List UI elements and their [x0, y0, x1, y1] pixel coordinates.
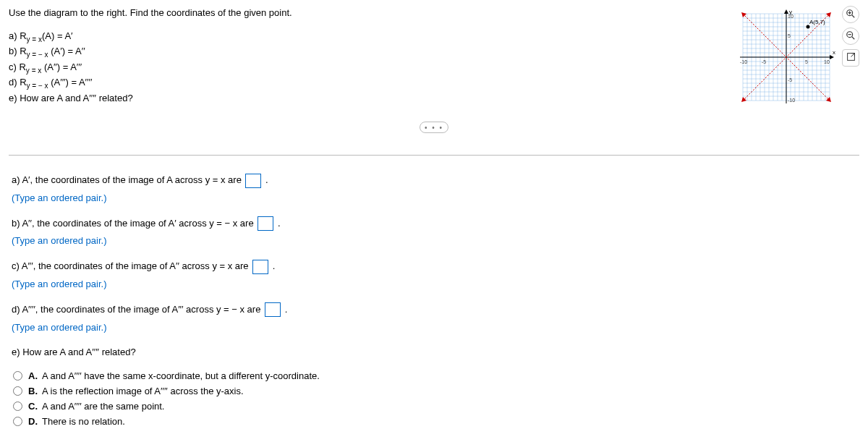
choice-d-radio[interactable] — [13, 417, 22, 426]
choice-b-letter: B. — [28, 386, 38, 396]
svg-text:-10: -10 — [740, 59, 747, 64]
hint-a: (Type an ordered pair.) — [12, 191, 856, 206]
item-c-r: R — [19, 61, 25, 72]
answer-d-input[interactable] — [265, 302, 281, 317]
item-d-label: d) — [9, 77, 17, 88]
svg-text:10: 10 — [824, 59, 830, 64]
item-a-rest: (A) = A′ — [42, 30, 73, 41]
zoom-in-icon — [846, 9, 856, 21]
answer-d-pre: d) A′′′′, the coordinates of the image o… — [12, 304, 263, 315]
choice-d-text: There is no relation. — [42, 416, 125, 427]
choice-c-radio[interactable] — [13, 402, 22, 411]
collapse-toggle[interactable]: • • • — [420, 122, 448, 133]
svg-line-69 — [851, 54, 854, 57]
answer-c-pre: c) A′′′, the coordinates of the image of… — [12, 260, 251, 271]
item-c-rest: (A′′) = A′′′ — [41, 61, 82, 72]
choice-b-radio[interactable] — [13, 386, 22, 396]
svg-line-66 — [852, 36, 855, 39]
instruction: Use the diagram to the right. Find the c… — [9, 6, 720, 20]
coordinate-graph: A(5,7) y x 10 5 -5 -10 5 10 -5 -10 — [735, 6, 836, 107]
hint-c: (Type an ordered pair.) — [12, 277, 856, 292]
answer-d-post: . — [285, 304, 288, 315]
zoom-out-icon — [846, 30, 856, 43]
problem-statement: Use the diagram to the right. Find the c… — [9, 6, 720, 105]
expand-button[interactable] — [842, 49, 859, 67]
choice-c-letter: C. — [28, 401, 38, 412]
answer-b-post: . — [278, 218, 281, 229]
hint-d: (Type an ordered pair.) — [12, 320, 856, 336]
answer-a-pre: a) A′, the coordinates of the image of A… — [12, 174, 244, 185]
svg-text:-5: -5 — [762, 59, 766, 64]
svg-line-62 — [852, 14, 855, 17]
answer-a-input[interactable] — [245, 174, 261, 188]
item-b-sub: y = − x — [27, 51, 48, 59]
item-a-r: R — [20, 30, 26, 41]
item-b-r: R — [20, 46, 26, 56]
item-b-label: b) — [9, 46, 17, 56]
item-d-r: R — [20, 77, 26, 88]
choice-a-text: A and A′′′′ have the same x-coordinate, … — [42, 370, 320, 381]
expand-icon — [846, 52, 856, 64]
item-e-label: e) How are A and A′′′′ related? — [9, 91, 720, 106]
point-a-label: A(5,7) — [809, 19, 825, 25]
hint-b: (Type an ordered pair.) — [12, 234, 856, 249]
multiple-choice: A. A and A′′′′ have the same x-coordinat… — [12, 370, 856, 427]
answer-e-question: e) How are A and A′′′′ related? — [12, 345, 856, 360]
choice-c-text: A and A′′′′ are the same point. — [42, 401, 164, 412]
svg-text:-10: -10 — [788, 98, 795, 103]
item-d-sub: y = − x — [27, 82, 48, 90]
choice-a-radio[interactable] — [13, 371, 22, 381]
x-axis-label: x — [833, 49, 835, 56]
answer-a-post: . — [265, 174, 268, 185]
item-d-rest: (A′′′) = A′′′′ — [48, 77, 93, 88]
zoom-in-button[interactable] — [842, 6, 859, 23]
svg-point-52 — [807, 25, 810, 29]
zoom-out-button[interactable] — [842, 27, 859, 45]
item-c-sub: y = x — [26, 66, 41, 74]
item-a-label: a) — [9, 30, 17, 41]
dots-icon: • • • — [425, 124, 443, 132]
answer-b-input[interactable] — [258, 216, 273, 231]
svg-text:5: 5 — [805, 59, 808, 64]
svg-text:5: 5 — [788, 33, 791, 38]
item-a-sub: y = x — [27, 35, 42, 43]
answer-c-post: . — [273, 260, 276, 271]
choice-a-letter: A. — [28, 370, 38, 381]
svg-text:-5: -5 — [788, 77, 792, 82]
answer-b-pre: b) A′′, the coordinates of the image of … — [12, 218, 256, 229]
choice-b-text: A is the reflection image of A′′′′ acros… — [42, 386, 244, 396]
answer-c-input[interactable] — [252, 260, 268, 274]
item-c-label: c) — [9, 61, 17, 72]
svg-text:10: 10 — [788, 14, 793, 19]
divider — [9, 155, 859, 156]
item-b-rest: (A′) = A′′ — [48, 46, 85, 56]
choice-d-letter: D. — [28, 416, 38, 427]
